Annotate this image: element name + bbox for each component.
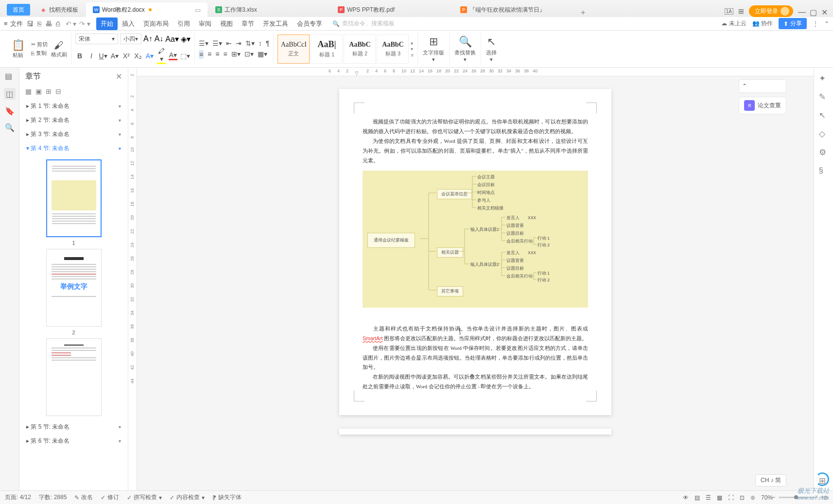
minimize-icon[interactable]: — xyxy=(798,8,805,15)
section-item-2[interactable]: ▸ 第 2 节: 未命名▾ xyxy=(19,113,128,127)
number-list-icon[interactable]: ☰▾ xyxy=(212,39,222,47)
spellcheck-button[interactable]: ✓ 拼写检查 ▾ xyxy=(127,493,162,502)
outline-view-icon[interactable]: ☰ xyxy=(706,494,711,501)
tab-stops-icon[interactable]: ⊡▾ xyxy=(244,50,254,59)
page-1[interactable]: 视频提供了功能强大的方法帮助你证明你的观点。当你单击联机视频时，可以在想要添加的… xyxy=(339,89,611,415)
bold-icon[interactable]: B xyxy=(75,52,84,60)
close-window-icon[interactable]: ✕ xyxy=(821,8,828,15)
zoom-out-icon[interactable]: ⊕ xyxy=(750,494,755,501)
page-thumb-2[interactable]: 举例文字 xyxy=(46,249,102,327)
font-color-icon[interactable]: A▾ xyxy=(169,51,177,60)
fit-page-icon[interactable]: ⊡ xyxy=(740,494,745,501)
revision-button[interactable]: ✓ 修订 xyxy=(101,493,119,502)
find-replace-button[interactable]: 🔍查找替换▾ xyxy=(450,33,481,65)
document-scroll[interactable]: 642 246 81012 141618 202224 262830 32343… xyxy=(137,68,814,490)
collapse-all-icon[interactable]: ▣ xyxy=(35,87,42,95)
content-check-button[interactable]: ✓ 内容检查 ▾ xyxy=(170,493,205,502)
login-button[interactable]: 立即登录 xyxy=(749,5,793,17)
shading-icon[interactable]: ⬚▾ xyxy=(180,52,189,60)
underline-icon[interactable]: U▾ xyxy=(99,52,107,60)
tab-pdf[interactable]: PWPS PPT教程.pdf xyxy=(331,2,452,17)
superscript-icon[interactable]: X² xyxy=(122,52,131,60)
command-search[interactable]: 🔍查找命令、搜索模板 xyxy=(332,19,395,28)
more-menu-icon[interactable]: ⋮ xyxy=(813,20,818,27)
text-layout-button[interactable]: ⊞文字排版▾ xyxy=(418,33,450,65)
close-tab-icon[interactable]: ▭ xyxy=(195,6,201,14)
saveas-icon[interactable]: ⎘ xyxy=(37,20,41,28)
print-icon[interactable]: 🖶 xyxy=(45,20,52,28)
paste-button[interactable]: 📋粘贴 xyxy=(7,33,29,65)
section-item-3[interactable]: ▸ 第 3 节: 未命名▾ xyxy=(19,127,128,141)
format-brush-button[interactable]: 🖌格式刷 xyxy=(50,33,68,65)
menu-reference[interactable]: 引用 xyxy=(173,17,194,30)
show-marks-icon[interactable]: ¶ xyxy=(266,39,270,47)
fullscreen-icon[interactable]: ⛶ xyxy=(728,494,734,501)
style-normal[interactable]: AaBbCcI正文 xyxy=(278,35,310,64)
italic-icon[interactable]: I xyxy=(87,52,96,60)
change-case-icon[interactable]: Aa▾ xyxy=(165,35,179,44)
save-icon[interactable]: 🖫 xyxy=(27,20,34,28)
align-right-icon[interactable]: ≡ xyxy=(215,50,219,59)
file-menu[interactable]: ≡文件 xyxy=(4,19,23,28)
outline-icon[interactable]: ▤ xyxy=(5,71,15,81)
collab-button[interactable]: 👥 协作 xyxy=(752,19,773,28)
tab-home[interactable]: 首页 xyxy=(7,4,30,16)
strike-icon[interactable]: A▾ xyxy=(110,52,119,60)
align-left-icon[interactable]: ≡ xyxy=(199,50,204,59)
menu-devtools[interactable]: 开发工具 xyxy=(259,17,293,30)
page-thumb-1[interactable] xyxy=(46,159,102,237)
menu-start[interactable]: 开始 xyxy=(96,17,118,30)
line-spacing-icon[interactable]: ⇅▾ xyxy=(245,39,255,47)
font-size-select[interactable]: 小四▾ xyxy=(120,34,141,44)
reading-mode-icon[interactable]: 👁 xyxy=(683,494,689,501)
collapse-toolbar-button[interactable]: ⌃ xyxy=(739,79,786,93)
cloud-status[interactable]: ☁ 未上云 xyxy=(721,19,746,28)
section-item-1[interactable]: ▸ 第 1 节: 未命名▾ xyxy=(19,99,128,113)
shrink-font-icon[interactable]: A↓ xyxy=(155,35,164,43)
rename-button[interactable]: ✎ 改名 xyxy=(74,493,93,502)
horizontal-ruler[interactable]: 642 246 81012 141618 202224 262830 32343… xyxy=(137,68,814,76)
shape-icon[interactable]: ◇ xyxy=(819,129,829,139)
section-item-4[interactable]: ▾ 第 4 节: 未命名▾ xyxy=(19,141,128,156)
chevron-up-icon[interactable]: ⌃ xyxy=(824,20,829,27)
subscript-icon[interactable]: X₂ xyxy=(134,52,142,60)
ime-indicator[interactable]: CH ♪ 简 xyxy=(755,474,786,487)
add-section-icon[interactable]: ⊞ xyxy=(46,87,52,95)
tab-word-doc[interactable]: WWord教程2.docx▭ xyxy=(86,2,208,17)
word-count[interactable]: 字数: 2885 xyxy=(39,493,67,502)
page-indicator[interactable]: 页面: 4/12 xyxy=(5,493,31,502)
menu-review[interactable]: 审阅 xyxy=(194,17,216,30)
assistant-icon[interactable]: ✦ xyxy=(819,73,829,83)
style-heading3[interactable]: AaBbC标题 3 xyxy=(377,35,409,64)
zoom-minus-icon[interactable]: − xyxy=(772,494,775,501)
select-button[interactable]: ↖选择▾ xyxy=(481,33,502,65)
tab-excel[interactable]: S工作簿3.xlsx xyxy=(208,2,330,17)
indent-icon[interactable]: ⇥ xyxy=(236,39,242,47)
add-tab-button[interactable]: + xyxy=(576,8,590,17)
maximize-icon[interactable]: ▢ xyxy=(810,8,816,15)
align-center-icon[interactable]: ≡ xyxy=(208,50,211,59)
close-panel-icon[interactable]: ✕ xyxy=(116,72,122,81)
chapter-nav-icon[interactable]: ◫ xyxy=(4,88,16,100)
section-item-5[interactable]: ▸ 第 5 节: 未命名▾ xyxy=(19,420,128,434)
plagiarism-check-button[interactable]: ≡论文查重 xyxy=(739,97,786,114)
menu-insert[interactable]: 插入 xyxy=(118,17,139,30)
undo-icon[interactable]: ↶ ▾ xyxy=(66,20,77,28)
remove-section-icon[interactable]: ⊟ xyxy=(55,87,61,95)
pointer-icon[interactable]: ↖ xyxy=(819,110,829,120)
bookmark-icon[interactable]: 🔖 xyxy=(5,106,15,116)
bullet-list-icon[interactable]: ☰▾ xyxy=(199,39,208,47)
search-panel-icon[interactable]: 🔍 xyxy=(5,123,15,133)
missing-font-button[interactable]: ⁋ 缺失字体 xyxy=(212,493,242,502)
tab-template[interactable]: ◈找稻壳模板 xyxy=(33,2,85,17)
tab-ppt[interactable]: P『端午狂欢祝福浓情满节日』 xyxy=(453,2,575,17)
smartart-diagram[interactable]: 通用会议纪要模板 会议基准信息 相关议题 其它事项 会议主题 会议目标 时间地点… xyxy=(363,171,588,308)
page-thumb-3[interactable] xyxy=(46,338,102,416)
text-effect-icon[interactable]: A▾ xyxy=(145,52,154,60)
edit-icon[interactable]: ✎ xyxy=(819,92,829,102)
zoom-level[interactable]: 70% xyxy=(761,494,773,501)
section-item-6[interactable]: ▸ 第 6 节: 未命名▾ xyxy=(19,434,128,448)
style-more-icon[interactable]: ≡ xyxy=(411,52,414,58)
style-up-icon[interactable]: ▴ xyxy=(411,40,414,45)
redo-icon[interactable]: ↷ ▾ xyxy=(79,20,90,28)
